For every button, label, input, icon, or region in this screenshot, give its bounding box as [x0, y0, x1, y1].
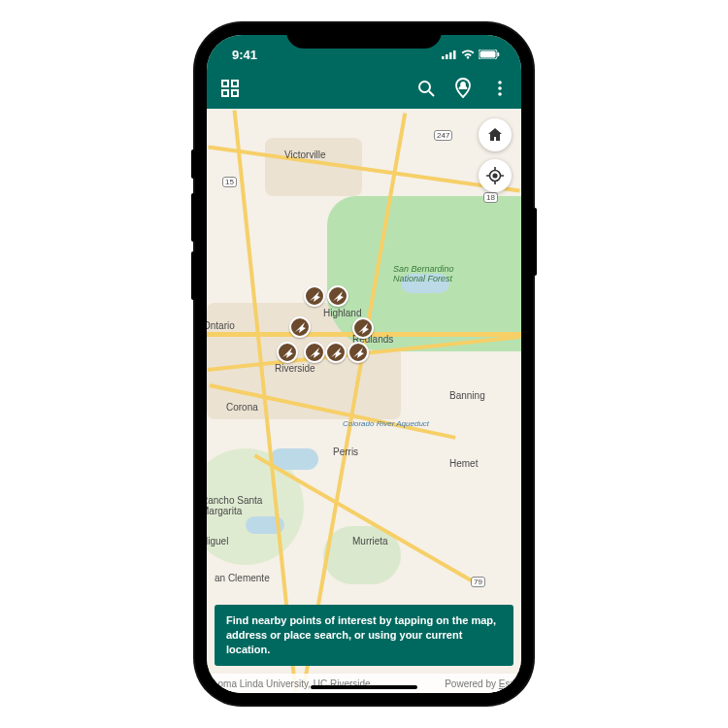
home-indicator [311, 685, 417, 689]
hint-card[interactable]: Find nearby points of interest by tappin… [215, 605, 513, 666]
svg-rect-10 [232, 90, 238, 96]
phone-side-button [533, 208, 537, 276]
svg-point-14 [498, 81, 502, 84]
svg-rect-3 [453, 50, 456, 59]
map-route-shield: 79 [471, 577, 485, 587]
status-indicators [442, 50, 500, 59]
map-city-label: Rancho SantaMargarita [207, 495, 262, 516]
map-poi-marker[interactable] [304, 342, 325, 363]
overflow-menu-button[interactable] [488, 77, 512, 100]
phone-side-button [191, 251, 195, 300]
svg-rect-6 [498, 52, 500, 56]
map-poi-marker[interactable] [347, 342, 369, 363]
svg-rect-0 [442, 56, 445, 59]
map-route-shield: 18 [483, 192, 498, 203]
svg-point-15 [498, 86, 502, 90]
home-icon [486, 126, 504, 144]
svg-rect-5 [480, 51, 496, 58]
map-poi-marker[interactable] [277, 342, 298, 363]
locate-me-button[interactable] [479, 159, 512, 192]
map-city-label: Perris [333, 447, 358, 457]
attribution-powered-by: Powered by Esri [445, 678, 515, 689]
map-route-shield: 247 [434, 130, 452, 141]
svg-rect-8 [232, 81, 238, 86]
phone-frame: 9:41 [195, 23, 533, 705]
cellular-icon [442, 50, 457, 59]
esri-link[interactable]: Esri [499, 678, 515, 689]
map-city-label: an Clemente [215, 573, 270, 583]
screen: 9:41 [207, 35, 521, 693]
crosshair-icon [486, 167, 504, 184]
phone-side-button [191, 149, 195, 179]
svg-line-12 [429, 91, 434, 96]
map-city-label: Highland [323, 308, 361, 318]
home-extent-button[interactable] [479, 118, 512, 151]
map-city-label: Niguel [207, 536, 228, 546]
place-pin-button[interactable] [451, 77, 475, 100]
pin-person-icon [453, 78, 473, 99]
map[interactable]: 152471879 VictorvilleHighlandOntarioRedl… [207, 109, 521, 693]
svg-rect-2 [449, 52, 452, 59]
app-bar [207, 68, 521, 109]
map-poi-marker[interactable] [289, 316, 311, 338]
grid-icon [220, 79, 240, 98]
battery-icon [479, 50, 500, 59]
hint-text: Find nearby points of interest by tappin… [226, 614, 496, 655]
map-route-shield: 15 [222, 177, 237, 187]
phone-side-button [191, 193, 195, 242]
map-forest-label: San BernardinoNational Forest [393, 264, 454, 283]
status-bar: 9:41 [207, 35, 521, 68]
map-city-label: Banning [449, 390, 485, 401]
svg-rect-7 [222, 81, 228, 86]
svg-point-11 [419, 82, 430, 92]
map-city-label: Murrieta [352, 536, 388, 546]
search-button[interactable] [414, 77, 438, 100]
search-icon [416, 79, 436, 98]
map-highway [208, 145, 519, 192]
map-city-label: Riverside [275, 363, 315, 374]
map-river-label: Colorado River Aqueduct [343, 419, 429, 428]
svg-rect-1 [446, 54, 448, 59]
map-city-label: Corona [226, 402, 258, 413]
map-poi-marker[interactable] [325, 342, 347, 363]
map-poi-marker[interactable] [352, 317, 374, 339]
wifi-icon [461, 50, 475, 59]
map-poi-marker[interactable] [327, 285, 348, 307]
svg-rect-9 [222, 90, 228, 96]
more-vert-icon [490, 79, 510, 98]
map-poi-marker[interactable] [304, 285, 325, 307]
map-city-label: Hemet [449, 458, 478, 469]
apps-grid-button[interactable] [218, 77, 242, 100]
svg-point-18 [493, 174, 497, 178]
map-city-label: Ontario [207, 320, 235, 331]
map-attribution: Loma Linda University, UC Riverside, ...… [207, 674, 521, 693]
status-time: 9:41 [232, 48, 257, 62]
map-city-label: Victorville [284, 149, 326, 160]
svg-point-16 [498, 92, 502, 96]
